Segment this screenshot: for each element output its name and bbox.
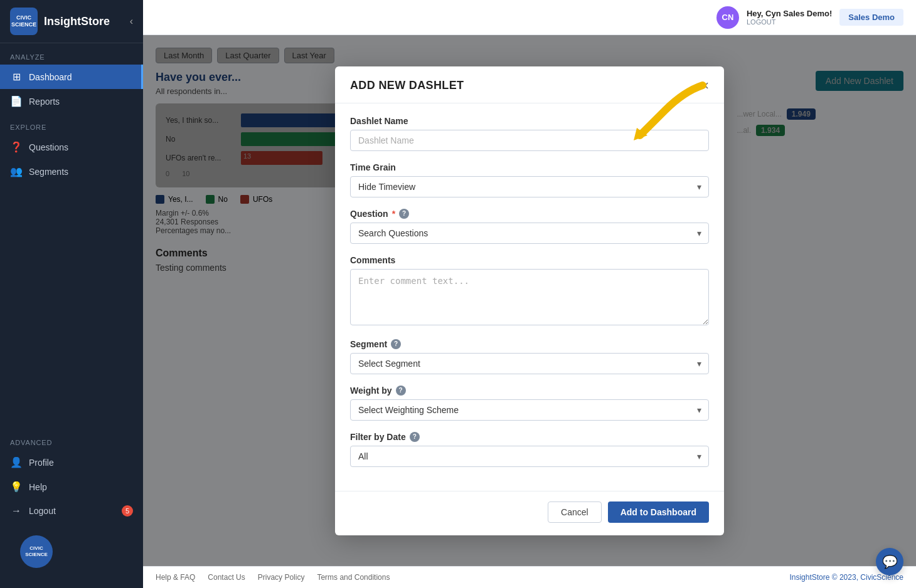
add-new-dashlet-modal: ADD NEW DASHLET × Dashlet Name Time Grai… [335,66,724,535]
main-content: CN Hey, Cyn Sales Demo! LOGOUT Sales Dem… [143,0,916,588]
segment-select-wrapper: Select Segment [350,353,709,374]
sidebar-collapse-button[interactable]: ‹ [130,16,133,27]
sidebar-item-dashboard[interactable]: ⊞ Dashboard [0,65,143,89]
footer-contact-us[interactable]: Contact Us [208,573,245,582]
question-label: Question * ? [350,209,709,219]
weight-by-group: Weight by ? Select Weighting Scheme [350,386,709,421]
question-select-wrapper: Search Questions [350,223,709,244]
questions-icon: ❓ [10,141,23,153]
sidebar-item-reports[interactable]: 📄 Reports [0,89,143,113]
user-avatar: CN [716,6,739,29]
dashlet-name-input[interactable] [350,130,709,151]
modal-title: ADD NEW DASHLET [350,79,464,92]
footer: Help & FAQ Contact Us Privacy Policy Ter… [143,566,916,588]
sidebar: CIVIC SCIENCE InsightStore ‹ ANALYZE ⊞ D… [0,0,143,588]
app-title: InsightStore [44,15,110,28]
dashlet-name-group: Dashlet Name [350,116,709,151]
required-star: * [392,209,395,219]
question-select[interactable]: Search Questions [350,223,709,244]
reports-icon: 📄 [10,95,23,107]
segment-help-icon: ? [391,339,401,349]
filter-by-date-select[interactable]: All Last Month Last Quarter Last Year [350,446,709,467]
app-logo: CIVIC SCIENCE [10,8,38,35]
sidebar-item-logout[interactable]: → Logout 5 [0,499,143,523]
sidebar-item-label: Dashboard [29,72,72,82]
footer-privacy-policy[interactable]: Privacy Policy [258,573,305,582]
comments-textarea[interactable] [350,269,709,325]
sidebar-item-label: Help [29,482,47,492]
segments-icon: 👥 [10,165,23,177]
modal-overlay: ADD NEW DASHLET × Dashlet Name Time Grai… [143,35,916,566]
civic-science-badge: CIVIC SCIENCE [20,535,53,568]
sidebar-item-questions[interactable]: ❓ Questions [0,135,143,159]
sidebar-item-segments[interactable]: 👥 Segments [0,159,143,184]
segment-label: Segment ? [350,339,709,349]
logout-link[interactable]: LOGOUT [747,18,832,26]
footer-help-faq[interactable]: Help & FAQ [156,573,195,582]
modal-body: Dashlet Name Time Grain Hide Timeview Da… [335,103,724,491]
modal-header: ADD NEW DASHLET × [335,66,724,103]
logout-badge: 5 [122,505,133,517]
sidebar-item-label: Reports [29,97,60,107]
filter-by-date-group: Filter by Date ? All Last Month Last Qua… [350,432,709,467]
sidebar-item-label: Segments [29,167,68,177]
time-grain-group: Time Grain Hide Timeview Daily Weekly Mo… [350,162,709,197]
sidebar-analyze-label: ANALYZE [0,43,143,65]
footer-terms[interactable]: Terms and Conditions [317,573,390,582]
segment-select[interactable]: Select Segment [350,353,709,374]
user-info: Hey, Cyn Sales Demo! LOGOUT [747,9,832,26]
sidebar-item-label: Logout [29,506,56,516]
cancel-button[interactable]: Cancel [548,501,602,523]
modal-close-button[interactable]: × [701,79,709,93]
weight-by-select-wrapper: Select Weighting Scheme [350,399,709,421]
sidebar-item-label: Questions [29,142,68,152]
sidebar-item-profile[interactable]: 👤 Profile [0,450,143,475]
comments-label: Comments [350,255,709,265]
dashlet-name-label: Dashlet Name [350,116,709,126]
dashboard-icon: ⊞ [10,71,23,83]
time-grain-select[interactable]: Hide Timeview Daily Weekly Monthly [350,176,709,197]
filter-by-date-select-wrapper: All Last Month Last Quarter Last Year [350,446,709,467]
question-group: Question * ? Search Questions [350,209,709,244]
topbar-right: CN Hey, Cyn Sales Demo! LOGOUT Sales Dem… [716,6,903,29]
sidebar-explore-label: EXPLORE [0,113,143,135]
time-grain-label: Time Grain [350,162,709,172]
add-to-dashboard-button[interactable]: Add to Dashboard [608,501,709,523]
filter-by-date-help-icon: ? [410,432,420,442]
modal-footer: Cancel Add to Dashboard [335,491,724,535]
sidebar-item-label: Profile [29,458,54,468]
page-area: Last Month Last Quarter Last Year Have y… [143,35,916,566]
filter-by-date-label: Filter by Date ? [350,432,709,442]
chat-bubble[interactable]: 💬 [876,548,903,575]
sidebar-item-help[interactable]: 💡 Help [0,475,143,499]
help-icon: 💡 [10,481,23,493]
logout-icon: → [10,505,23,517]
sales-demo-badge: Sales Demo [839,9,903,26]
time-grain-select-wrapper: Hide Timeview Daily Weekly Monthly [350,176,709,197]
user-name: Hey, Cyn Sales Demo! [747,9,832,18]
comments-group: Comments [350,255,709,328]
profile-icon: 👤 [10,456,23,468]
sidebar-advanced-label: ADVANCED [0,429,143,450]
question-help-icon: ? [399,209,409,219]
weight-by-help-icon: ? [396,386,406,396]
weight-by-label: Weight by ? [350,386,709,396]
topbar: CN Hey, Cyn Sales Demo! LOGOUT Sales Dem… [143,0,916,35]
segment-group: Segment ? Select Segment [350,339,709,374]
sidebar-header: CIVIC SCIENCE InsightStore ‹ [0,0,143,43]
weight-by-select[interactable]: Select Weighting Scheme [350,399,709,421]
